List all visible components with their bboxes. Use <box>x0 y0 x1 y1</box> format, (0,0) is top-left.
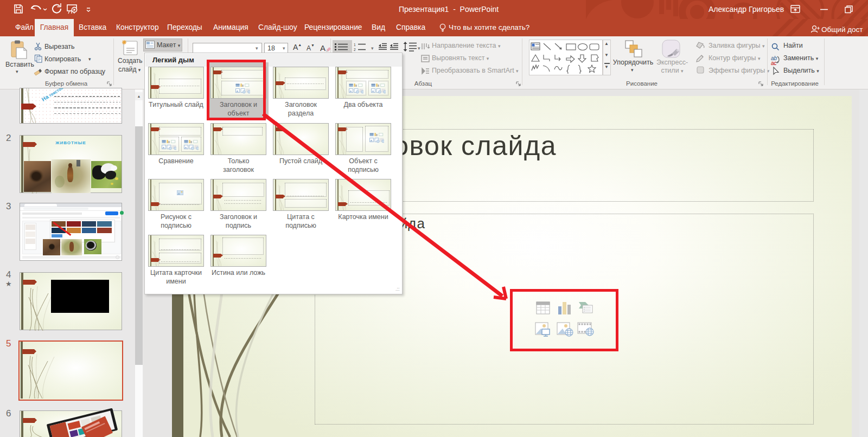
svg-text:1: 1 <box>354 43 356 47</box>
svg-text:А: А <box>320 43 326 53</box>
svg-text:2: 2 <box>354 48 356 51</box>
svg-text:ac: ac <box>771 60 777 66</box>
